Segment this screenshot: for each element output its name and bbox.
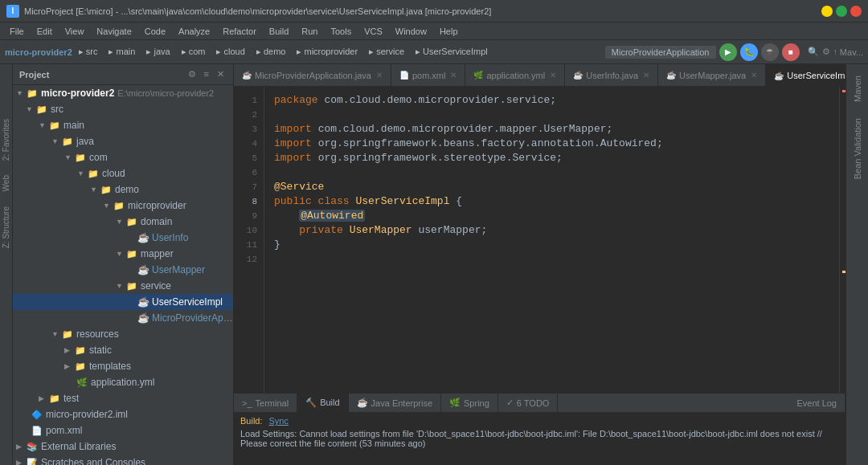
close-button[interactable] <box>850 6 862 17</box>
panel-icon-close[interactable]: ✕ <box>215 68 227 80</box>
line-num-6: 6 <box>234 165 264 180</box>
panel-icon-gear[interactable]: ⚙ <box>186 68 199 80</box>
debug-button[interactable]: 🐛 <box>740 43 758 61</box>
tab-close-userinfo[interactable]: ✕ <box>643 71 649 80</box>
left-tab-web[interactable]: Web <box>0 169 12 198</box>
tree-item-cloud[interactable]: ▼ 📁 cloud <box>13 165 233 182</box>
minimize-button[interactable] <box>821 6 833 17</box>
run-button[interactable]: ▶ <box>719 43 737 61</box>
terminal-icon: >_ <box>242 398 252 408</box>
tree-icon-microprovider: 📁 <box>113 199 125 212</box>
tree-item-scratches[interactable]: ▶ 📝 Scratches and Consoles <box>13 455 233 465</box>
menu-item-build[interactable]: Build <box>263 25 295 38</box>
toolbar-icon-settings[interactable]: ⚙ <box>822 47 830 57</box>
sync-link[interactable]: Sync <box>269 416 289 426</box>
tab-label-pom: pom.xml <box>412 71 446 80</box>
build-message: Load Settings: Cannot load settings from… <box>240 429 839 448</box>
menu-item-run[interactable]: Run <box>295 25 324 38</box>
menu-item-window[interactable]: Window <box>389 25 433 38</box>
right-tab-bean-validation[interactable]: Bean Validation <box>848 110 867 187</box>
tree-item-application-yml[interactable]: 🌿 application.yml <box>13 374 233 390</box>
toolbar-icon-search[interactable]: 🔍 <box>808 47 819 57</box>
tab-applicationyml[interactable]: 🌿 application.yml ✕ <box>465 64 565 86</box>
maximize-button[interactable] <box>836 6 847 17</box>
tree-item-ext-lib[interactable]: ▶ 📚 External Libraries <box>13 438 233 455</box>
coverage-button[interactable]: ☂ <box>761 43 779 61</box>
menu-item-refactor[interactable]: Refactor <box>216 25 263 38</box>
code-text[interactable]: package com.cloud.demo.microprovider.ser… <box>264 87 839 393</box>
tree-item-main[interactable]: ▼ 📁 main <box>13 117 233 133</box>
code-line-5: import org.springframework.stereotype.Se… <box>274 151 839 165</box>
tree-label-com: com <box>89 152 108 163</box>
right-tab-maven[interactable]: Maven <box>848 67 867 110</box>
tree-item-service[interactable]: ▼ 📁 service <box>13 278 233 294</box>
menu-item-analyze[interactable]: Analyze <box>172 25 216 38</box>
tree-item-src[interactable]: ▼ 📁 src <box>13 101 233 117</box>
tree-item-iml[interactable]: 🔷 micro-provider2.iml <box>13 406 233 422</box>
toolbar-icon-vcs[interactable]: ↑ <box>833 47 838 57</box>
tree-arrow-cloud: ▼ <box>77 169 87 177</box>
tree-label-microprovider: microprovider <box>128 200 186 211</box>
bottom-tab-build[interactable]: 🔨 Build <box>297 394 348 413</box>
bottom-tab-terminal[interactable]: >_ Terminal <box>234 394 297 413</box>
tab-close-microproviderapp[interactable]: ✕ <box>376 71 383 80</box>
tab-usermapper[interactable]: ☕ UserMapper.java ✕ <box>658 64 766 86</box>
menu-item-edit[interactable]: Edit <box>31 25 59 38</box>
bottom-tab-label-build: Build <box>320 398 339 407</box>
tab-pom[interactable]: 📄 pom.xml ✕ <box>391 64 466 86</box>
menu-item-tools[interactable]: Tools <box>324 25 358 38</box>
bottom-tab-todo[interactable]: ✓ 6 TODO <box>498 394 559 413</box>
tree-item-java[interactable]: ▼ 📁 java <box>13 133 233 149</box>
bottom-tab-javaee[interactable]: ☕ Java Enterprise <box>349 394 441 413</box>
tree-item-static[interactable]: ▶ 📁 static <box>13 342 233 358</box>
menu-item-help[interactable]: Help <box>433 25 465 38</box>
panel-icon-collapse[interactable]: ≡ <box>202 68 211 80</box>
tree-item-userinfo[interactable]: ☕ UserInfo <box>13 230 233 246</box>
tree-item-com[interactable]: ▼ 📁 com <box>13 149 233 165</box>
tab-userinfo[interactable]: ☕ UserInfo.java ✕ <box>565 64 658 86</box>
menu-item-view[interactable]: View <box>59 25 91 38</box>
code-content[interactable]: 1 2 3 4 5 6 7 8 9 10 11 12 package com.c… <box>234 87 845 393</box>
tab-close-usermapper[interactable]: ✕ <box>751 71 757 80</box>
tree-item-pom[interactable]: 📄 pom.xml <box>13 422 233 438</box>
bottom-tab-spring[interactable]: 🌿 Spring <box>441 394 498 413</box>
code-line-9: @Autowired <box>274 209 839 223</box>
tree-label-src: src <box>51 104 63 115</box>
tab-close-pom[interactable]: ✕ <box>450 71 457 80</box>
tree-item-templates[interactable]: ▶ 📁 templates <box>13 358 233 374</box>
tree-item-userserviceimpl[interactable]: ☕ UserServiceImpl <box>13 294 233 310</box>
tab-close-applicationyml[interactable]: ✕ <box>550 71 556 80</box>
menu-item-code[interactable]: Code <box>138 25 172 38</box>
tree-arrow-src: ▼ <box>26 105 35 113</box>
title-bar: I MicroProject [E:\micro] - ...\src\main… <box>0 0 868 22</box>
run-config-label[interactable]: MicroProviderApplication <box>605 46 716 59</box>
tree-item-resources[interactable]: ▼ 📁 resources <box>13 326 233 342</box>
menu-item-vcs[interactable]: VCS <box>358 25 389 38</box>
tree-arrow-domain: ▼ <box>116 218 125 226</box>
tree-item-microprovider[interactable]: ▼ 📁 microprovider <box>13 198 233 214</box>
bottom-tab-eventlog[interactable]: Event Log <box>788 394 845 413</box>
menu-item-navigate[interactable]: Navigate <box>90 25 137 38</box>
bottom-panel-tabs: >_ Terminal 🔨 Build ☕ Java Enterprise 🌿 … <box>234 394 845 413</box>
menu-item-file[interactable]: File <box>3 25 31 38</box>
tree-item-root[interactable]: ▼ 📁 micro-provider2 E:\micro\micro-provi… <box>13 85 233 101</box>
tab-label-usermapper: UserMapper.java <box>679 71 746 80</box>
tree-arrow-java: ▼ <box>51 137 61 145</box>
left-panel: 2: Favorites Web Z: Structure <box>0 64 13 465</box>
tree-item-usermapper[interactable]: ☕ UserMapper <box>13 262 233 278</box>
tree-icon-mapper: 📁 <box>125 247 138 260</box>
left-tab-favorites[interactable]: 2: Favorites <box>0 112 12 167</box>
tree-item-microproviderapp[interactable]: ☕ MicroProviderApplication <box>13 310 233 326</box>
tree-icon-cloud: 📁 <box>87 167 100 180</box>
tree-item-demo[interactable]: ▼ 📁 demo <box>13 182 233 198</box>
stop-button[interactable]: ■ <box>782 43 800 61</box>
tree-item-test[interactable]: ▶ 📁 test <box>13 390 233 406</box>
tab-userserviceimpl[interactable]: ☕ UserServiceImpl.java ✕ <box>766 64 845 86</box>
left-tab-structure[interactable]: Z: Structure <box>0 200 12 255</box>
gutter-warning-mark <box>842 271 845 273</box>
tab-microproviderapp[interactable]: ☕ MicroProviderApplication.java ✕ <box>234 64 391 86</box>
tree-icon-iml: 🔷 <box>31 408 43 421</box>
tree-item-mapper[interactable]: ▼ 📁 mapper <box>13 246 233 262</box>
window-title: MicroProject [E:\micro] - ...\src\main\j… <box>24 6 821 16</box>
tree-item-domain[interactable]: ▼ 📁 domain <box>13 214 233 230</box>
